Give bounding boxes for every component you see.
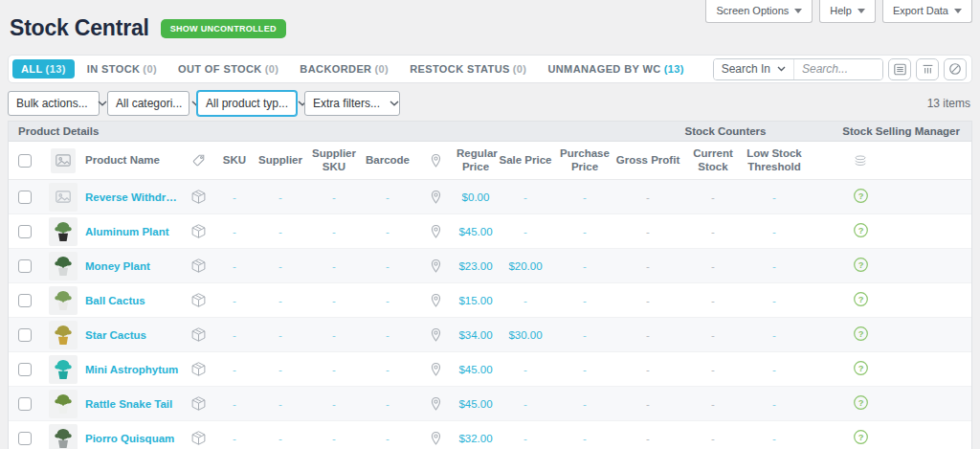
purchase-price-value[interactable]: - bbox=[556, 329, 613, 341]
search-in-dropdown[interactable]: Search In bbox=[714, 59, 794, 79]
sticky-columns-button[interactable] bbox=[944, 58, 967, 80]
sale-price-value[interactable]: $20.00 bbox=[495, 260, 556, 272]
sale-price-value[interactable]: - bbox=[495, 295, 556, 306]
regular-price-value[interactable]: $0.00 bbox=[457, 191, 495, 203]
barcode-value[interactable]: - bbox=[361, 191, 414, 203]
row-checkbox[interactable] bbox=[18, 191, 32, 204]
row-checkbox[interactable] bbox=[18, 363, 32, 376]
screen-options-button[interactable]: Screen Options bbox=[705, 0, 813, 23]
supplier-value[interactable]: - bbox=[254, 226, 307, 237]
column-header-current-stock[interactable]: Current Stock bbox=[682, 147, 744, 172]
show-uncontrolled-button[interactable]: SHOW UNCONTROLLED bbox=[161, 19, 286, 38]
sku-value[interactable]: - bbox=[215, 433, 254, 444]
regular-price-value[interactable]: $34.00 bbox=[457, 329, 495, 341]
tab-unmanaged-by-wc[interactable]: UNMANAGED BY WC(13) bbox=[539, 59, 692, 79]
product-name-link[interactable]: Piorro Quisquam bbox=[85, 433, 181, 444]
column-header-product-name[interactable]: Product Name bbox=[85, 154, 181, 167]
sku-value[interactable]: - bbox=[215, 226, 254, 237]
extra-filters-select[interactable]: Extra filters... bbox=[304, 91, 400, 116]
supplier-sku-value[interactable]: - bbox=[307, 329, 361, 341]
location-pin-icon[interactable] bbox=[430, 224, 442, 239]
sale-price-value[interactable]: $30.00 bbox=[495, 329, 556, 341]
supplier-sku-value[interactable]: - bbox=[307, 295, 361, 306]
row-checkbox[interactable] bbox=[18, 397, 32, 411]
low-stock-threshold-value[interactable]: - bbox=[744, 364, 805, 375]
tab-in-stock[interactable]: IN STOCK(0) bbox=[78, 59, 166, 79]
regular-price-value[interactable]: $45.00 bbox=[457, 226, 495, 237]
purchase-price-value[interactable]: - bbox=[556, 191, 613, 203]
low-stock-threshold-value[interactable]: - bbox=[744, 226, 805, 237]
location-pin-icon[interactable] bbox=[430, 362, 442, 377]
column-header-gross-profit[interactable]: Gross Profit bbox=[613, 154, 682, 167]
product-thumbnail[interactable] bbox=[49, 390, 78, 418]
product-thumbnail[interactable] bbox=[49, 183, 78, 212]
location-pin-icon[interactable] bbox=[430, 190, 442, 205]
location-pin-icon[interactable] bbox=[430, 431, 442, 446]
barcode-value[interactable]: - bbox=[361, 398, 414, 410]
barcode-value[interactable]: - bbox=[361, 260, 414, 272]
product-type-select[interactable]: All product typ... bbox=[197, 91, 297, 116]
regular-price-value[interactable]: $15.00 bbox=[457, 295, 495, 306]
row-checkbox[interactable] bbox=[18, 225, 32, 238]
sku-value[interactable]: - bbox=[215, 329, 254, 341]
product-thumbnail[interactable] bbox=[49, 355, 78, 384]
tab-all[interactable]: ALL(13) bbox=[12, 59, 75, 79]
product-name-link[interactable]: Aluminum Plant bbox=[85, 226, 181, 237]
column-header-supplier-sku[interactable]: Supplier SKU bbox=[307, 147, 361, 172]
purchase-price-value[interactable]: - bbox=[556, 364, 613, 375]
search-input[interactable] bbox=[794, 59, 882, 79]
purchase-price-value[interactable]: - bbox=[556, 226, 613, 237]
sku-value[interactable]: - bbox=[215, 398, 254, 410]
regular-price-value[interactable]: $45.00 bbox=[457, 398, 495, 410]
column-header-sku[interactable]: SKU bbox=[215, 154, 254, 167]
column-header-low-stock-threshold[interactable]: Low Stock Threshold bbox=[744, 147, 805, 172]
question-circle-icon[interactable]: ? bbox=[853, 394, 869, 411]
tab-backorder[interactable]: BACKORDER(0) bbox=[291, 59, 397, 79]
column-header-sale-price[interactable]: Sale Price bbox=[495, 154, 556, 167]
sku-value[interactable]: - bbox=[215, 191, 254, 203]
barcode-value[interactable]: - bbox=[361, 433, 414, 444]
column-header-location[interactable] bbox=[414, 153, 457, 168]
tab-restock-status[interactable]: RESTOCK STATUS(0) bbox=[401, 59, 535, 79]
export-data-button[interactable]: Export Data bbox=[882, 0, 972, 23]
supplier-value[interactable]: - bbox=[254, 191, 307, 203]
supplier-value[interactable]: - bbox=[254, 398, 307, 410]
question-circle-icon[interactable]: ? bbox=[853, 222, 869, 238]
sku-value[interactable]: - bbox=[215, 295, 254, 306]
column-header-supplier[interactable]: Supplier bbox=[254, 154, 307, 167]
supplier-value[interactable]: - bbox=[254, 364, 307, 375]
product-name-link[interactable]: Money Plant bbox=[85, 260, 181, 272]
location-pin-icon[interactable] bbox=[430, 258, 442, 274]
question-circle-icon[interactable]: ? bbox=[853, 257, 869, 273]
regular-price-value[interactable]: $45.00 bbox=[457, 364, 495, 375]
product-thumbnail[interactable] bbox=[49, 252, 78, 281]
product-thumbnail[interactable] bbox=[49, 321, 78, 349]
tab-out-of-stock[interactable]: OUT OF STOCK(0) bbox=[169, 59, 287, 79]
sku-value[interactable]: - bbox=[215, 364, 254, 375]
supplier-value[interactable]: - bbox=[254, 260, 307, 272]
row-checkbox[interactable] bbox=[18, 328, 32, 342]
location-pin-icon[interactable] bbox=[430, 396, 442, 412]
sale-price-value[interactable]: - bbox=[495, 191, 556, 203]
supplier-value[interactable]: - bbox=[254, 433, 307, 444]
low-stock-threshold-value[interactable]: - bbox=[744, 329, 805, 341]
column-header-stock-selling-manager[interactable] bbox=[805, 154, 916, 168]
supplier-value[interactable]: - bbox=[254, 329, 307, 341]
barcode-value[interactable]: - bbox=[361, 226, 414, 237]
sku-value[interactable]: - bbox=[215, 260, 254, 272]
sale-price-value[interactable]: - bbox=[495, 364, 556, 375]
list-view-button[interactable] bbox=[888, 58, 911, 80]
sale-price-value[interactable]: - bbox=[495, 398, 556, 410]
question-circle-icon[interactable]: ? bbox=[853, 188, 869, 204]
product-name-link[interactable]: Star Cactus bbox=[85, 329, 181, 341]
location-pin-icon[interactable] bbox=[430, 293, 442, 308]
column-groups-button[interactable] bbox=[916, 58, 939, 80]
purchase-price-value[interactable]: - bbox=[556, 260, 613, 272]
sale-price-value[interactable]: - bbox=[495, 226, 556, 237]
column-header-purchase-price[interactable]: Purchase Price bbox=[556, 147, 613, 172]
bulk-actions-select[interactable]: Bulk actions... bbox=[8, 91, 100, 116]
purchase-price-value[interactable]: - bbox=[556, 295, 613, 306]
barcode-value[interactable]: - bbox=[361, 329, 414, 341]
product-thumbnail[interactable] bbox=[49, 424, 78, 449]
product-thumbnail[interactable] bbox=[49, 286, 78, 315]
